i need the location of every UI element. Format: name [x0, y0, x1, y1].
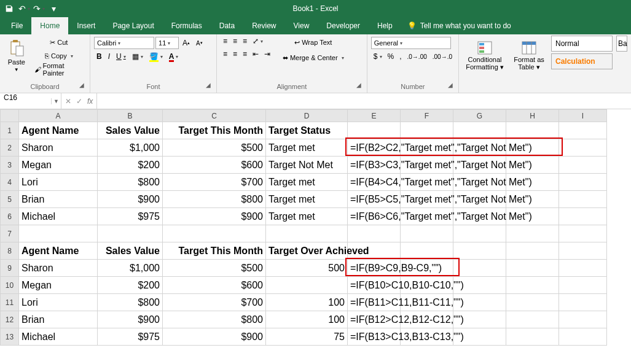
tab-page-layout[interactable]: Page Layout: [104, 17, 162, 34]
cell-B5[interactable]: $900: [98, 191, 163, 208]
cell-B1[interactable]: Sales Value: [98, 122, 163, 139]
tab-view[interactable]: View: [285, 17, 318, 34]
cell-I13[interactable]: [559, 328, 607, 346]
cell-A8[interactable]: Agent Name: [19, 242, 98, 260]
bold-button[interactable]: B: [94, 51, 104, 62]
cell-D1[interactable]: Target Status: [266, 122, 348, 139]
increase-decimal-button[interactable]: .0→.00: [405, 51, 429, 62]
cell-D12[interactable]: 100: [266, 311, 348, 328]
wrap-text-button[interactable]: ↩Wrap Text: [280, 36, 347, 49]
cell-B6[interactable]: $975: [98, 208, 163, 225]
cell-B13[interactable]: $975: [98, 328, 163, 346]
tab-review[interactable]: Review: [243, 17, 284, 34]
cell-B4[interactable]: $800: [98, 174, 163, 191]
row-header-9[interactable]: 9: [1, 260, 19, 277]
cell-A10[interactable]: Megan: [19, 277, 98, 294]
cell-D7[interactable]: [266, 225, 348, 242]
cell-I6[interactable]: [559, 208, 607, 225]
cell-C4[interactable]: $700: [163, 174, 266, 191]
name-box-dropdown[interactable]: ▼: [51, 98, 61, 104]
cell-B2[interactable]: $1,000: [98, 139, 163, 157]
cell-I11[interactable]: [559, 294, 607, 311]
font-size-combo[interactable]: 11: [155, 37, 179, 49]
cell-E12[interactable]: =IF(B12>C12,B12-C12,""): [348, 311, 401, 328]
clipboard-dialog-launcher[interactable]: ◢: [77, 82, 86, 90]
conditional-formatting-button[interactable]: ConditionalFormatting ▾: [463, 36, 507, 76]
italic-button[interactable]: I: [106, 51, 112, 62]
font-color-button[interactable]: A: [167, 51, 181, 62]
cell-H7[interactable]: [506, 225, 559, 242]
row-header-7[interactable]: 7: [1, 225, 19, 242]
align-left-button[interactable]: ≡: [221, 48, 230, 60]
cell-G8[interactable]: [453, 242, 506, 260]
cell-style-calculation[interactable]: Calculation: [551, 53, 613, 69]
cell-D3[interactable]: Target Not Met: [266, 157, 348, 174]
row-header-6[interactable]: 6: [1, 208, 19, 225]
cell-B7[interactable]: [98, 225, 163, 242]
tab-developer[interactable]: Developer: [318, 17, 369, 34]
tab-home[interactable]: Home: [31, 17, 68, 34]
cell-G1[interactable]: [453, 122, 506, 139]
format-as-table-button[interactable]: Format asTable ▾: [511, 36, 547, 76]
decrease-decimal-button[interactable]: .00→.0: [430, 51, 455, 62]
cell-I12[interactable]: [559, 311, 607, 328]
number-format-combo[interactable]: General: [371, 37, 451, 49]
tab-formulas[interactable]: Formulas: [163, 17, 211, 34]
cell-A13[interactable]: Michael: [19, 328, 98, 346]
cell-A2[interactable]: Sharon: [19, 139, 98, 157]
cell-A9[interactable]: Sharon: [19, 260, 98, 277]
cell-E11[interactable]: =IF(B11>C11,B11-C11,""): [348, 294, 401, 311]
cell-D6[interactable]: Target met: [266, 208, 348, 225]
cut-button[interactable]: ✂Cut: [32, 36, 86, 49]
row-header-2[interactable]: 2: [1, 139, 19, 157]
row-header-12[interactable]: 12: [1, 311, 19, 328]
cell-C9[interactable]: $500: [163, 260, 266, 277]
cell-A12[interactable]: Brian: [19, 311, 98, 328]
col-header-E[interactable]: E: [348, 110, 401, 122]
increase-font-button[interactable]: A▴: [180, 37, 192, 48]
border-button[interactable]: ▦: [130, 51, 146, 62]
cell-H13[interactable]: [506, 328, 559, 346]
name-box-value[interactable]: C16: [0, 93, 51, 109]
cell-G7[interactable]: [453, 225, 506, 242]
cell-B12[interactable]: $900: [98, 311, 163, 328]
cell-I2[interactable]: [559, 139, 607, 157]
cell-D9[interactable]: 500: [266, 260, 348, 277]
row-header-1[interactable]: 1: [1, 122, 19, 139]
cell-H12[interactable]: [506, 311, 559, 328]
cell-E5[interactable]: =IF(B5>C5,"Target met","Target Not Met"): [348, 191, 401, 208]
cell-A7[interactable]: [19, 225, 98, 242]
cell-B11[interactable]: $800: [98, 294, 163, 311]
cell-C11[interactable]: $700: [163, 294, 266, 311]
decrease-indent-button[interactable]: ⇤: [250, 48, 261, 60]
cell-H1[interactable]: [506, 122, 559, 139]
cell-I8[interactable]: [559, 242, 607, 260]
cancel-formula-icon[interactable]: ✕: [65, 97, 71, 106]
row-header-5[interactable]: 5: [1, 191, 19, 208]
align-right-button[interactable]: ≡: [240, 48, 249, 60]
fx-icon[interactable]: fx: [87, 97, 93, 106]
cell-E4[interactable]: =IF(B4>C4,"Target met","Target Not Met"): [348, 174, 401, 191]
cell-C6[interactable]: $900: [163, 208, 266, 225]
cell-I1[interactable]: [559, 122, 607, 139]
cell-D13[interactable]: 75: [266, 328, 348, 346]
cell-B10[interactable]: $200: [98, 277, 163, 294]
cell-H8[interactable]: [506, 242, 559, 260]
enter-formula-icon[interactable]: ✓: [76, 97, 82, 106]
cell-E3[interactable]: =IF(B3>C3,"Target met","Target Not Met"): [348, 157, 401, 174]
cell-D11[interactable]: 100: [266, 294, 348, 311]
cell-A6[interactable]: Michael: [19, 208, 98, 225]
save-icon[interactable]: [2, 2, 16, 15]
cell-B3[interactable]: $200: [98, 157, 163, 174]
cell-D5[interactable]: Target met: [266, 191, 348, 208]
cell-I7[interactable]: [559, 225, 607, 242]
cell-I9[interactable]: [559, 260, 607, 277]
cell-C7[interactable]: [163, 225, 266, 242]
cell-A3[interactable]: Megan: [19, 157, 98, 174]
underline-button[interactable]: U: [114, 51, 128, 62]
cell-A4[interactable]: Lori: [19, 174, 98, 191]
font-name-combo[interactable]: Calibri: [94, 37, 154, 49]
col-header-D[interactable]: D: [266, 110, 348, 122]
undo-button[interactable]: ↶: [17, 2, 31, 15]
comma-format-button[interactable]: ,: [397, 51, 404, 62]
